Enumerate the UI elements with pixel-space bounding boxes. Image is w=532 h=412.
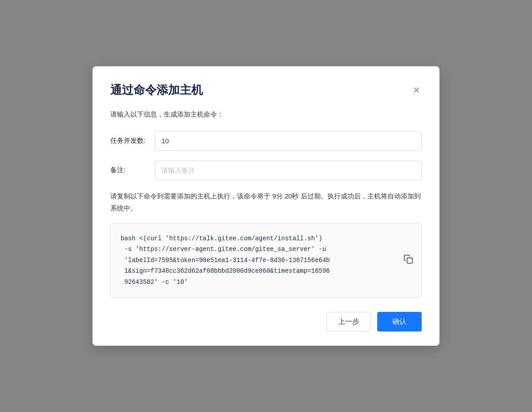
copy-button[interactable] [402, 253, 415, 268]
modal-container: 通过命令添加主机 × 请输入以下信息，生成添加主机命令： 任务并发数: 备注: … [93, 66, 439, 346]
task-concurrency-row: 任务并发数: [110, 131, 422, 151]
modal-overlay: 通过命令添加主机 × 请输入以下信息，生成添加主机命令： 任务并发数: 备注: … [0, 0, 532, 412]
description-text: 请输入以下信息，生成添加主机命令： [110, 110, 422, 119]
remark-label: 备注: [110, 166, 155, 174]
close-button[interactable]: × [411, 84, 422, 96]
expiry-text: 请复制以下命令到需要添加的主机上执行，该命令将于 9分 20秒 后过期。执行成功… [110, 190, 422, 214]
modal-footer: 上一步 确认 [110, 312, 422, 331]
task-concurrency-input[interactable] [155, 131, 422, 151]
prev-button[interactable]: 上一步 [326, 312, 371, 331]
remark-input[interactable] [155, 161, 422, 180]
remark-row: 备注: [110, 161, 422, 180]
modal-title: 通过命令添加主机 [110, 82, 203, 98]
confirm-button[interactable]: 确认 [377, 312, 422, 331]
command-text: bash <(curl 'https://talk.gitee.com/agen… [121, 233, 395, 288]
task-concurrency-label: 任务并发数: [110, 137, 155, 145]
svg-rect-0 [407, 258, 412, 263]
modal-header: 通过命令添加主机 × [110, 82, 422, 98]
command-box: bash <(curl 'https://talk.gitee.com/agen… [110, 223, 422, 298]
